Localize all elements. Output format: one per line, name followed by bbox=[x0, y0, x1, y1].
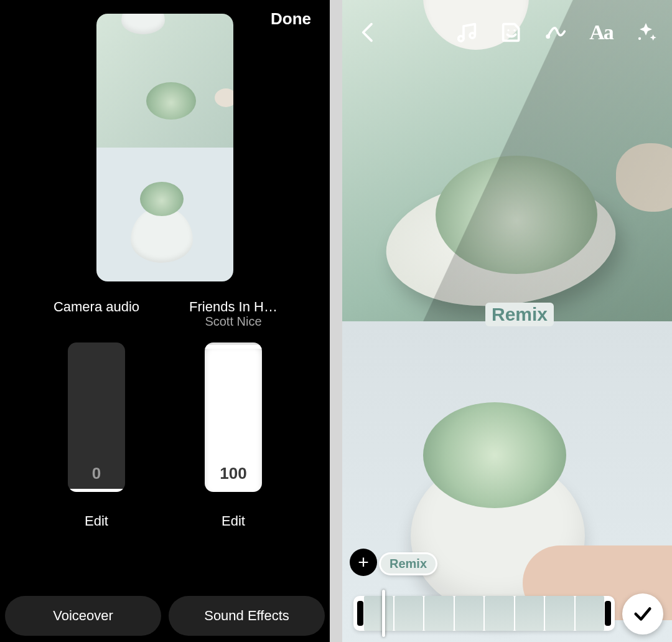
timeline-frame bbox=[576, 596, 605, 631]
volume-slider-music[interactable]: 100 bbox=[205, 342, 262, 492]
svg-point-2 bbox=[507, 29, 509, 31]
edit-audio-button[interactable]: Edit bbox=[85, 513, 108, 529]
channel-title: Camera audio bbox=[54, 299, 139, 331]
preview-bottom-half bbox=[96, 148, 233, 281]
audio-channel-music: Friends In H… Scott Nice 100 Edit bbox=[184, 299, 283, 529]
confirm-button[interactable] bbox=[622, 593, 663, 635]
remix-overlay-label[interactable]: Remix bbox=[485, 303, 554, 326]
timeline-frame bbox=[364, 596, 393, 631]
pane-divider bbox=[330, 0, 342, 642]
timeline-frame bbox=[485, 596, 514, 631]
back-icon[interactable] bbox=[355, 19, 382, 46]
audio-channels: Camera audio 0 Edit Friends In H… Scott … bbox=[0, 299, 330, 529]
remix-clip-pill[interactable]: Remix bbox=[381, 554, 436, 574]
volume-value: 100 bbox=[220, 464, 246, 483]
reel-editor-pane: Aa Remix + Remix bbox=[342, 0, 672, 642]
svg-point-4 bbox=[546, 34, 550, 39]
sticker-icon[interactable] bbox=[498, 19, 525, 46]
volume-value: 0 bbox=[92, 464, 101, 483]
channel-title: Friends In H… Scott Nice bbox=[189, 299, 278, 331]
audio-mixer-pane: Done Camera audio 0 Edit Friends In bbox=[0, 0, 330, 642]
sparkle-icon[interactable] bbox=[632, 19, 660, 46]
check-icon bbox=[632, 603, 653, 625]
svg-point-5 bbox=[638, 37, 641, 40]
timeline-handle-right[interactable] bbox=[605, 601, 611, 626]
timeline-handle-left[interactable] bbox=[357, 601, 363, 626]
svg-point-1 bbox=[470, 33, 475, 38]
done-button[interactable]: Done bbox=[271, 9, 311, 29]
music-note-icon[interactable] bbox=[453, 19, 480, 46]
sound-effects-button[interactable]: Sound Effects bbox=[169, 596, 325, 636]
preview-top-half bbox=[96, 14, 233, 148]
draw-effects-icon[interactable] bbox=[543, 19, 570, 46]
channel-subtitle: Scott Nice bbox=[189, 314, 278, 329]
timeline-frame bbox=[455, 596, 484, 631]
svg-point-3 bbox=[513, 29, 515, 31]
svg-point-0 bbox=[459, 36, 464, 41]
audio-bottom-bar: Voiceover Sound Effects bbox=[5, 596, 325, 636]
add-clip-button[interactable]: + bbox=[350, 549, 377, 576]
canvas-top-clip bbox=[342, 0, 672, 321]
text-tool-icon[interactable]: Aa bbox=[587, 19, 615, 46]
audio-channel-camera: Camera audio 0 Edit bbox=[47, 299, 146, 529]
voiceover-button[interactable]: Voiceover bbox=[5, 596, 161, 636]
editor-toolbar: Aa bbox=[355, 19, 660, 46]
edit-audio-button[interactable]: Edit bbox=[222, 513, 245, 529]
canvas-bottom-clip bbox=[342, 321, 672, 643]
clip-timeline[interactable] bbox=[353, 596, 615, 631]
timeline-playhead[interactable] bbox=[382, 590, 385, 637]
video-preview-thumbnail[interactable] bbox=[96, 14, 233, 281]
timeline-frame bbox=[515, 596, 544, 631]
volume-slider-camera[interactable]: 0 bbox=[68, 342, 125, 492]
timeline-frame bbox=[394, 596, 424, 631]
timeline-frame bbox=[545, 596, 574, 631]
timeline-frame bbox=[424, 596, 454, 631]
